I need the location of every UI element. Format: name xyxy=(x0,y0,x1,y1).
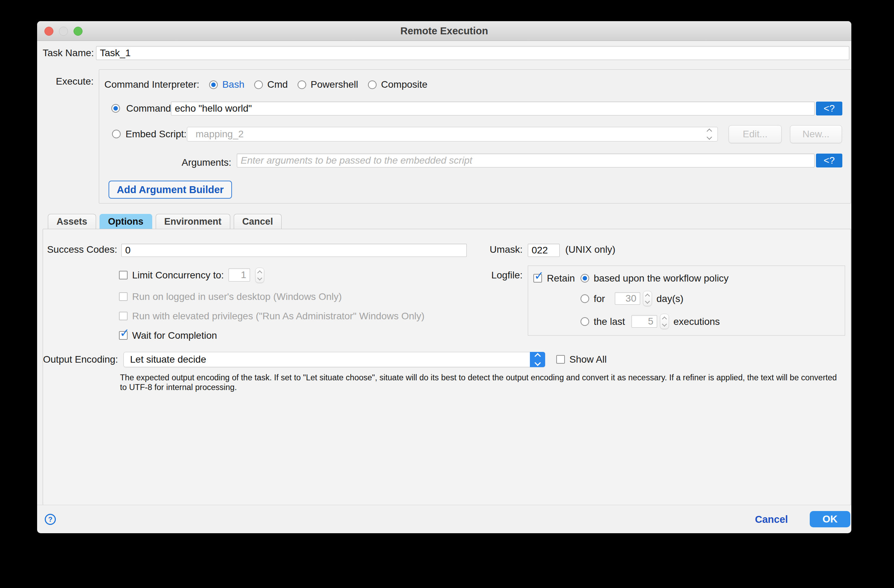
run-on-desktop-checkbox xyxy=(119,292,128,301)
chevron-up-icon xyxy=(257,270,262,275)
embed-script-label: Embed Script: xyxy=(125,127,187,141)
chevron-up-icon xyxy=(645,293,650,298)
checkmark-icon: ✓ xyxy=(120,327,130,339)
tab-options[interactable]: Options xyxy=(100,214,152,229)
cmd-radio[interactable] xyxy=(254,80,263,89)
retain-executions-stepper[interactable] xyxy=(660,314,669,329)
limit-concurrency-stepper[interactable] xyxy=(255,268,264,283)
help-icon[interactable]: ? xyxy=(45,514,56,525)
limit-concurrency-label[interactable]: Limit Concurrency to: xyxy=(132,268,224,282)
umask-note: (UNIX only) xyxy=(565,243,616,256)
run-elevated-checkbox xyxy=(119,312,128,320)
tab-bar: Assets Options Environment Cancel xyxy=(48,214,282,229)
retain-last-label[interactable]: the last xyxy=(594,315,625,329)
powershell-radio[interactable] xyxy=(297,80,306,89)
radio-dot-icon xyxy=(211,83,216,87)
show-all-label[interactable]: Show All xyxy=(569,353,607,366)
cmd-radio-label[interactable]: Cmd xyxy=(267,78,288,92)
retain-for-label[interactable]: for xyxy=(594,292,605,306)
retain-days-stepper[interactable] xyxy=(643,291,652,306)
run-elevated-label: Run with elevated privileges ("Run As Ad… xyxy=(132,309,424,323)
embed-script-radio[interactable] xyxy=(112,130,121,138)
arguments-insert-variable-button[interactable]: <? xyxy=(816,154,842,167)
select-arrows-icon xyxy=(707,129,711,139)
chevron-up-icon xyxy=(535,353,541,359)
chevron-down-icon xyxy=(257,275,262,280)
embed-script-value: mapping_2 xyxy=(196,129,707,140)
execute-label: Execute: xyxy=(43,75,94,88)
command-insert-variable-button[interactable]: <? xyxy=(816,102,842,115)
chevron-up-icon xyxy=(707,129,712,134)
command-input[interactable] xyxy=(171,102,815,115)
logfile-label: Logfile: xyxy=(487,268,523,282)
radio-dot-icon xyxy=(583,276,587,280)
chevron-down-icon xyxy=(645,299,650,303)
workflow-policy-radio[interactable] xyxy=(580,274,589,283)
window-title: Remote Execution xyxy=(37,21,851,41)
logfile-group: ✓ Retain based upon the workflow policy … xyxy=(528,265,845,336)
task-name-input[interactable] xyxy=(96,46,849,60)
wait-for-completion-label[interactable]: Wait for Completion xyxy=(132,329,217,342)
executions-suffix-label: executions xyxy=(674,315,720,329)
umask-label: Umask: xyxy=(487,243,523,256)
titlebar[interactable]: Remote Execution xyxy=(37,21,851,41)
limit-concurrency-value[interactable] xyxy=(228,268,250,282)
workflow-policy-label[interactable]: based upon the workflow policy xyxy=(594,271,729,285)
retain-executions-input[interactable] xyxy=(631,315,657,328)
command-interpreter-row: Command Interpreter: Bash Cmd Powershell… xyxy=(104,78,427,92)
tab-assets[interactable]: Assets xyxy=(48,214,96,229)
bash-radio[interactable] xyxy=(209,80,218,89)
arguments-label: Arguments: xyxy=(179,156,231,170)
run-on-desktop-label: Run on logged in user's desktop (Windows… xyxy=(132,290,342,304)
add-argument-builder-button[interactable]: Add Argument Builder xyxy=(109,181,232,199)
tab-environment[interactable]: Environment xyxy=(156,214,230,229)
embed-script-select[interactable]: mapping_2 xyxy=(187,127,718,142)
output-encoding-description: The expected output encoding of the task… xyxy=(120,373,841,392)
task-name-label: Task Name: xyxy=(43,46,92,60)
select-arrows-icon xyxy=(530,352,545,367)
checkmark-icon: ✓ xyxy=(534,270,544,282)
ok-button[interactable]: OK xyxy=(810,511,850,527)
radio-dot-icon xyxy=(113,106,118,111)
cancel-button[interactable]: Cancel xyxy=(752,512,791,527)
wait-for-completion-checkbox[interactable]: ✓ xyxy=(119,331,128,340)
edit-script-button[interactable]: Edit... xyxy=(729,125,782,143)
retain-for-days-radio[interactable] xyxy=(580,294,589,303)
chevron-down-icon xyxy=(535,360,541,366)
retain-days-input[interactable] xyxy=(615,292,640,305)
new-script-button[interactable]: New... xyxy=(790,125,842,143)
days-suffix-label: day(s) xyxy=(657,292,684,306)
success-codes-input[interactable] xyxy=(121,244,467,257)
execute-group: Command Interpreter: Bash Cmd Powershell… xyxy=(99,69,851,204)
arguments-input[interactable] xyxy=(237,154,815,167)
retain-checkbox[interactable]: ✓ xyxy=(533,274,542,283)
command-radio[interactable] xyxy=(111,104,120,113)
remote-execution-dialog: Remote Execution Task Name: Execute: Com… xyxy=(37,21,851,533)
umask-input[interactable] xyxy=(528,244,560,257)
composite-radio[interactable] xyxy=(368,80,377,89)
command-label: Command: xyxy=(126,102,174,115)
composite-radio-label[interactable]: Composite xyxy=(381,78,427,92)
options-tab-panel: Success Codes: Umask: (UNIX only) Limit … xyxy=(43,229,851,505)
command-interpreter-label: Command Interpreter: xyxy=(104,78,199,92)
bash-radio-label[interactable]: Bash xyxy=(222,78,245,92)
retain-label[interactable]: Retain xyxy=(547,271,575,285)
show-all-checkbox[interactable] xyxy=(556,355,565,364)
chevron-down-icon xyxy=(707,134,712,140)
dialog-footer: ? Cancel OK xyxy=(37,505,851,533)
retain-last-executions-radio[interactable] xyxy=(580,317,589,326)
chevron-up-icon xyxy=(662,316,667,321)
powershell-radio-label[interactable]: Powershell xyxy=(311,78,358,92)
output-encoding-value: Let situate decide xyxy=(130,354,530,365)
output-encoding-label: Output Encoding: xyxy=(43,353,117,366)
chevron-down-icon xyxy=(662,321,667,326)
output-encoding-select[interactable]: Let situate decide xyxy=(124,352,545,367)
limit-concurrency-checkbox[interactable] xyxy=(119,271,128,279)
tab-cancel[interactable]: Cancel xyxy=(234,214,282,229)
success-codes-label: Success Codes: xyxy=(45,243,117,256)
